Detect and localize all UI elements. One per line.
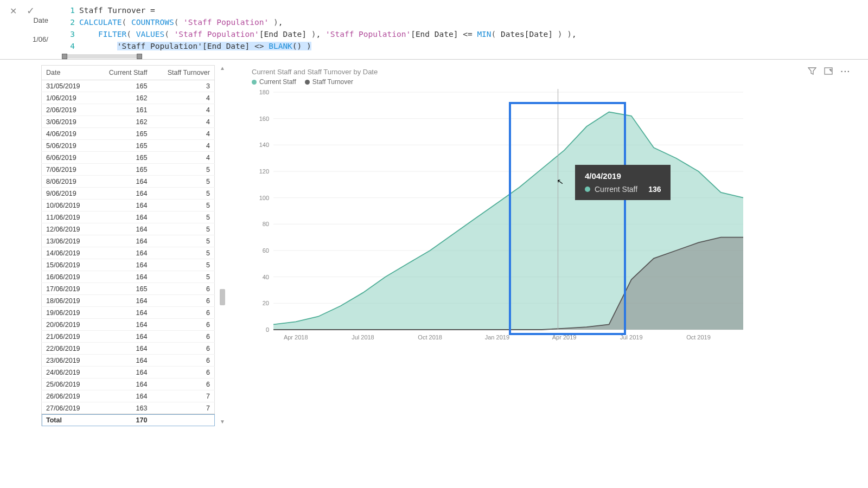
table-header-row: Date Current Staff Staff Turnover (42, 66, 215, 80)
legend-item-current-staff[interactable]: Current Staff (252, 78, 296, 86)
mouse-cursor-icon (556, 176, 564, 187)
svg-text:40: 40 (263, 274, 269, 280)
table-row[interactable]: 1/06/20191624 (42, 92, 215, 104)
tooltip-date: 4/04/2019 (585, 171, 661, 181)
table-total-row[interactable]: Total 170 (42, 414, 215, 426)
svg-text:Jul 2018: Jul 2018 (352, 334, 374, 341)
filter-icon[interactable] (808, 67, 816, 76)
tooltip-series: Current Staff (595, 185, 637, 194)
table-row[interactable]: 26/06/20191647 (42, 390, 215, 402)
svg-text:Jul 2019: Jul 2019 (620, 334, 643, 341)
table-row[interactable]: 13/06/20191645 (42, 235, 215, 247)
table-row[interactable]: 15/06/20191645 (42, 259, 215, 271)
table-row[interactable]: 31/05/20191653 (42, 80, 215, 92)
chart-legend: Current Staff Staff Turnover (247, 77, 855, 89)
svg-text:Apr 2019: Apr 2019 (552, 334, 577, 341)
table-row[interactable]: 20/06/20191646 (42, 319, 215, 331)
col-date[interactable]: Date (42, 66, 94, 80)
col-current-staff[interactable]: Current Staff (94, 66, 151, 80)
chart-plot-area[interactable]: 020406080100120140160180Apr 2018Jul 2018… (250, 89, 749, 360)
table-row[interactable]: 18/06/20191646 (42, 295, 215, 307)
svg-text:0: 0 (266, 326, 269, 333)
table-row[interactable]: 14/06/20191645 (42, 247, 215, 259)
col-staff-turnover[interactable]: Staff Turnover (151, 66, 214, 80)
table-row[interactable]: 25/06/20191646 (42, 378, 215, 390)
table-row[interactable]: 21/06/20191646 (42, 331, 215, 343)
table-row[interactable]: 5/06/20191654 (42, 140, 215, 152)
check-icon (27, 5, 35, 17)
chart-title: Current Staff and Staff Turnover by Date (252, 68, 378, 76)
dax-editor[interactable]: 1Staff Turnover = 2CALCULATE( COUNTROWS(… (67, 0, 868, 52)
legend-item-staff-turnover[interactable]: Staff Turnover (305, 78, 353, 86)
svg-text:20: 20 (263, 300, 269, 306)
table-row[interactable]: 7/06/20191655 (42, 164, 215, 176)
background-fragment: Date 1/06/ (33, 16, 48, 43)
data-table-visual[interactable]: Date Current Staff Staff Turnover 31/05/… (41, 65, 226, 426)
svg-text:80: 80 (263, 221, 269, 227)
table-row[interactable]: 22/06/20191646 (42, 343, 215, 355)
horizontal-scrollbar[interactable] (64, 54, 140, 59)
svg-text:60: 60 (263, 247, 269, 254)
scroll-up-icon[interactable]: ▲ (219, 65, 226, 73)
table-row[interactable]: 19/06/20191646 (42, 307, 215, 319)
table-row[interactable]: 10/06/20191645 (42, 200, 215, 211)
table-row[interactable]: 8/06/20191645 (42, 176, 215, 188)
table-row[interactable]: 3/06/20191624 (42, 116, 215, 128)
svg-text:Oct 2018: Oct 2018 (418, 334, 442, 341)
svg-text:120: 120 (259, 168, 269, 175)
chart-tooltip: 4/04/2019 Current Staff 136 (575, 165, 671, 200)
legend-dot-icon (252, 80, 257, 85)
svg-text:Jan 2019: Jan 2019 (485, 334, 509, 341)
table-row[interactable]: 4/06/20191654 (42, 128, 215, 140)
tooltip-value: 136 (648, 185, 661, 194)
tooltip-dot-icon (585, 187, 590, 192)
scrollbar-thumb[interactable] (220, 289, 225, 305)
legend-dot-icon (305, 80, 310, 85)
table-row[interactable]: 27/06/20191637 (42, 402, 215, 414)
table-row[interactable]: 16/06/20191645 (42, 271, 215, 283)
vertical-scrollbar[interactable]: ▲ ▼ (219, 65, 226, 426)
more-icon[interactable]: ··· (840, 67, 851, 76)
table-row[interactable]: 9/06/20191645 (42, 188, 215, 200)
chart-hover-guideline (558, 89, 558, 330)
table-row[interactable]: 17/06/20191656 (42, 283, 215, 295)
formula-bar: Date 1/06/ 1Staff Turnover = 2CALCULATE(… (0, 0, 868, 60)
scroll-down-icon[interactable]: ▼ (219, 419, 226, 426)
table-row[interactable]: 12/06/20191645 (42, 223, 215, 235)
svg-text:Oct 2019: Oct 2019 (686, 334, 711, 341)
commit-button[interactable] (24, 4, 37, 17)
table-row[interactable]: 6/06/20191654 (42, 152, 215, 164)
close-icon (10, 6, 17, 16)
svg-text:180: 180 (259, 89, 269, 95)
table-row[interactable]: 24/06/20191646 (42, 367, 215, 378)
table-row[interactable]: 2/06/20191614 (42, 104, 215, 116)
focus-mode-icon[interactable] (824, 67, 833, 76)
svg-text:100: 100 (259, 195, 269, 201)
table-row[interactable]: 23/06/20191646 (42, 355, 215, 367)
chart-toolbar: ··· (808, 67, 851, 76)
svg-text:Apr 2018: Apr 2018 (284, 334, 308, 341)
svg-text:160: 160 (259, 115, 269, 122)
svg-text:140: 140 (259, 142, 269, 148)
chart-visual[interactable]: Current Staff and Staff Turnover by Date… (247, 65, 855, 426)
cancel-button[interactable] (7, 4, 20, 17)
table-row[interactable]: 11/06/20191645 (42, 211, 215, 223)
